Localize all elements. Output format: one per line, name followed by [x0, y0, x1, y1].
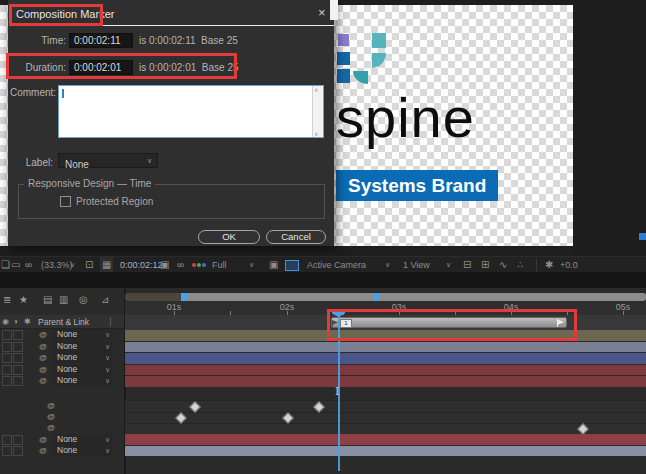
chevron-down-icon[interactable]: ∨ [446, 257, 451, 273]
chevron-down-icon[interactable]: ∨ [70, 257, 75, 273]
audio-icon[interactable]: ◑ [13, 317, 18, 326]
layer-row[interactable]: @ None∨ [0, 352, 124, 363]
parent-link-header[interactable]: Parent & Link [38, 317, 89, 327]
toggle-mask-icon[interactable] [285, 260, 299, 271]
parent-dropdown[interactable]: None∨ [52, 341, 113, 352]
pickwhip-icon[interactable]: @ [47, 400, 55, 411]
navigator-bar[interactable] [187, 293, 646, 301]
monitor-icon[interactable]: ▭ [11, 257, 20, 273]
camera-view-dropdown[interactable]: Active Camera [307, 257, 366, 273]
snapshot-camera-icon[interactable]: ▣ [160, 257, 169, 273]
goggles-icon[interactable]: ∞ [25, 257, 32, 273]
timecode-display[interactable]: 0:00:02:12 [120, 257, 163, 273]
layer-bar[interactable] [125, 353, 646, 364]
layer-bar[interactable] [125, 365, 646, 376]
pixel-aspect-icon[interactable]: ⊟ [463, 257, 471, 273]
composition-marker-dialog: Composition Marker × Time: 0:00:02:11 is… [8, 0, 334, 246]
grid-guides-icon[interactable]: ⊞ [481, 257, 489, 273]
pickwhip-icon[interactable]: @ [39, 364, 47, 375]
pickwhip-icon[interactable]: @ [39, 445, 47, 456]
label-dropdown[interactable]: None ∨ [58, 153, 158, 168]
panel-gap [0, 272, 646, 288]
scroll-up-icon[interactable]: ∧ [314, 86, 318, 93]
layer-bar[interactable] [125, 434, 646, 445]
roi-icon[interactable]: ⊡ [85, 257, 93, 273]
fast-preview-icon[interactable]: ∞ [177, 257, 184, 273]
transparency-grid-icon[interactable]: ▦ [100, 257, 113, 273]
parent-dropdown[interactable]: None∨ [52, 375, 113, 386]
pickwhip-icon[interactable]: @ [39, 375, 47, 386]
logo-square-teal1 [372, 33, 386, 48]
pickwhip-icon[interactable]: @ [39, 434, 47, 445]
layer-row[interactable]: @ None∨ [0, 434, 124, 445]
eye-icon[interactable]: ◉ [2, 317, 9, 326]
property-track-area [125, 400, 646, 435]
pickwhip-icon[interactable]: @ [39, 352, 47, 363]
pickwhip-icon[interactable]: @ [47, 411, 55, 422]
label-label: Label: [10, 157, 53, 168]
layer-bar[interactable] [125, 330, 646, 341]
motion-blur-icon[interactable]: ◎ [79, 294, 88, 305]
property-row[interactable]: @ [0, 400, 124, 411]
channels-icon[interactable] [192, 257, 208, 273]
region-icon[interactable]: ▣ [269, 257, 278, 273]
solo-icon[interactable]: ✱ [24, 317, 31, 326]
layers-icon[interactable]: ❏ [1, 257, 10, 273]
marker-number-label: 1 [340, 319, 352, 328]
timeline-graph-icon[interactable]: ∿ [499, 257, 507, 273]
close-icon[interactable]: × [318, 5, 326, 20]
layer-row[interactable]: @ None∨ [0, 445, 124, 456]
layer-bar[interactable] [125, 342, 646, 353]
property-row[interactable]: @ [0, 411, 124, 422]
scroll-down-icon[interactable]: ∨ [314, 130, 318, 137]
responsive-design-title: Responsive Design — Time [24, 178, 155, 189]
parent-dropdown[interactable]: None∨ [52, 445, 113, 456]
comment-textarea[interactable]: ∧ ∨ [58, 85, 324, 138]
layer-row[interactable]: @ None∨ [0, 375, 124, 386]
zoom-level-dropdown[interactable]: (33.3%) [41, 257, 73, 273]
parent-dropdown[interactable]: None∨ [52, 352, 113, 363]
chevron-down-icon: ∨ [147, 157, 152, 165]
composition-marker-bar[interactable]: 1 [331, 317, 567, 328]
text-cursor [62, 89, 64, 98]
shy-layers-icon[interactable]: ▤ [43, 294, 52, 305]
chevron-down-icon[interactable]: ∨ [249, 257, 254, 273]
chevron-down-icon[interactable]: ∨ [385, 257, 390, 273]
logo-square-blue2 [337, 69, 350, 83]
flowchart-icon[interactable]: ∴ [517, 257, 523, 273]
frame-blend-icon[interactable]: ▥ [59, 294, 68, 305]
after-effects-window: spine Systems Brand ❏ ▭ ∞ (33.3%) ∨ ⊡ ▦ … [0, 0, 646, 474]
resolution-dropdown[interactable]: Full [212, 257, 227, 273]
pickwhip-icon[interactable]: @ [47, 422, 55, 433]
layer-row[interactable]: @ None∨ [0, 341, 124, 352]
protected-region-checkbox[interactable] [60, 196, 71, 207]
comp-flowchart-icon[interactable]: ≣ [3, 294, 11, 305]
viewport-resize-handle[interactable] [639, 233, 646, 240]
duration-input[interactable]: 0:00:02:01 [69, 60, 133, 75]
column-separator[interactable] [110, 317, 111, 326]
parent-dropdown[interactable]: None∨ [52, 364, 113, 375]
property-row[interactable]: @ [0, 422, 124, 433]
cancel-button[interactable]: Cancel [266, 230, 326, 244]
toolbar-separator [536, 259, 537, 271]
time-navigator[interactable] [125, 293, 646, 301]
layer-bar[interactable] [125, 446, 646, 457]
draft-3d-icon[interactable]: ★ [19, 294, 28, 305]
time-input[interactable]: 0:00:02:11 [69, 33, 133, 48]
view-layout-dropdown[interactable]: 1 View [403, 257, 430, 273]
exposure-gear-icon[interactable]: ✱ [545, 257, 553, 273]
ibeam-cursor-icon: I [335, 385, 339, 398]
navigator-marker[interactable] [374, 293, 379, 301]
layer-bar[interactable] [125, 376, 646, 387]
dialog-title: Composition Marker [16, 8, 114, 20]
pickwhip-icon[interactable]: @ [39, 341, 47, 352]
exposure-value[interactable]: +0.0 [560, 257, 578, 273]
textarea-scrollbar[interactable]: ∧ ∨ [312, 86, 323, 137]
time-ruler[interactable]: 01s 02s 03s 04s 05s [125, 301, 646, 316]
layer-row[interactable]: @ None∨ [0, 364, 124, 375]
graph-editor-icon[interactable]: ⊿ [101, 294, 109, 305]
parent-dropdown[interactable]: None∨ [52, 434, 113, 445]
composition-panel-right [573, 0, 646, 256]
composition-toolbar: ❏ ▭ ∞ (33.3%) ∨ ⊡ ▦ 0:00:02:12 ▣ ∞ Full … [0, 256, 646, 273]
ok-button[interactable]: OK [198, 230, 260, 244]
